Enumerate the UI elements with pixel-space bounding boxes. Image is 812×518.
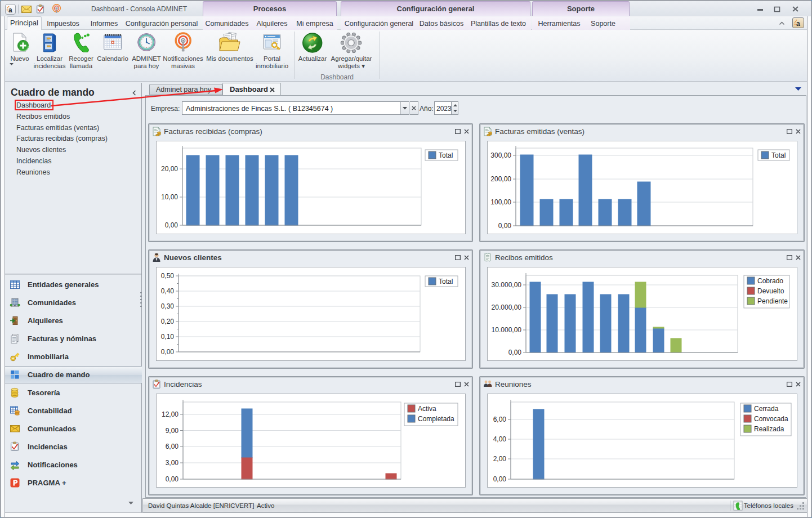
svg-text:0,00: 0,00 bbox=[498, 222, 512, 230]
svg-text:Cobrado: Cobrado bbox=[757, 277, 783, 285]
svg-text:Completada: Completada bbox=[418, 415, 454, 423]
svg-text:100,00: 100,00 bbox=[490, 198, 511, 206]
svg-text:6,00: 6,00 bbox=[166, 443, 179, 450]
svg-text:0,10: 0,10 bbox=[161, 333, 175, 341]
svg-text:0,00: 0,00 bbox=[508, 349, 522, 356]
svg-text:200,00: 200,00 bbox=[490, 175, 511, 183]
svg-text:Pendiente: Pendiente bbox=[757, 297, 788, 305]
svg-text:3,00: 3,00 bbox=[166, 459, 179, 467]
svg-text:2,00: 2,00 bbox=[493, 455, 507, 463]
svg-text:Realizada: Realizada bbox=[754, 425, 784, 433]
svg-text:a: a bbox=[796, 20, 800, 27]
svg-text:10.000,00: 10.000,00 bbox=[492, 326, 522, 334]
svg-text:0,00: 0,00 bbox=[166, 475, 179, 483]
svg-text:4,00: 4,00 bbox=[493, 435, 507, 443]
svg-text:12,00: 12,00 bbox=[162, 410, 179, 418]
svg-text:6,00: 6,00 bbox=[493, 416, 507, 423]
svg-text:Total: Total bbox=[439, 278, 453, 285]
svg-text:Total: Total bbox=[439, 151, 453, 159]
svg-text:Convocada: Convocada bbox=[754, 415, 788, 423]
svg-text:Total: Total bbox=[771, 151, 786, 159]
svg-text:Cerrada: Cerrada bbox=[754, 405, 779, 413]
svg-text:0,50: 0,50 bbox=[161, 272, 175, 280]
svg-text:20.000,00: 20.000,00 bbox=[492, 303, 522, 311]
svg-text:Activa: Activa bbox=[418, 405, 436, 413]
svg-text:300,00: 300,00 bbox=[490, 151, 511, 159]
svg-text:20,00: 20,00 bbox=[161, 165, 178, 173]
svg-text:0,00: 0,00 bbox=[161, 348, 175, 356]
svg-text:10,00: 10,00 bbox=[161, 193, 178, 201]
svg-text:Devuelto: Devuelto bbox=[757, 287, 784, 295]
svg-text:9,00: 9,00 bbox=[166, 427, 179, 435]
svg-text:0,00: 0,00 bbox=[493, 475, 507, 483]
svg-text:0,00: 0,00 bbox=[165, 221, 179, 229]
svg-text:0,40: 0,40 bbox=[161, 287, 175, 295]
svg-text:0,20: 0,20 bbox=[161, 318, 175, 325]
svg-text:a: a bbox=[8, 6, 12, 14]
svg-text:0,30: 0,30 bbox=[161, 302, 175, 310]
svg-text:30.000,00: 30.000,00 bbox=[492, 281, 522, 289]
